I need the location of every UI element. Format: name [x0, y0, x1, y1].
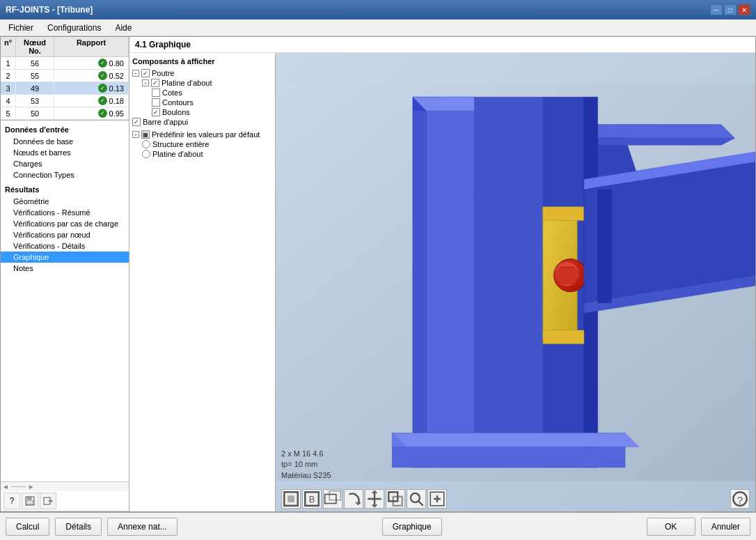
nav-charges[interactable]: Charges — [1, 158, 129, 169]
ok-button[interactable]: OK — [647, 518, 695, 536]
annuler-button[interactable]: Annuler — [701, 518, 750, 536]
svg-marker-11 — [427, 97, 475, 468]
svg-marker-19 — [543, 330, 584, 344]
cell-n: 3 — [1, 82, 16, 94]
viewport-3d: 2 x M 16 4.6 tp= 10 mm Matériau S235 — [276, 53, 755, 511]
checkbox-boulons[interactable] — [152, 108, 160, 116]
nav-notes[interactable]: Notes — [1, 263, 129, 274]
nav-geometrie[interactable]: Géométrie — [1, 196, 129, 207]
tree-item-boulons[interactable]: Boulons — [152, 107, 272, 117]
menu-aide[interactable]: Aide — [109, 22, 137, 34]
tree-item-platine[interactable]: - Platine d'about — [142, 78, 272, 88]
vp-btn-7[interactable] — [407, 489, 426, 509]
component-tree: Composants à afficher - Poutre - Platine… — [129, 53, 276, 511]
expander-poutre[interactable]: - — [132, 70, 139, 77]
cell-rapport: ✓0.52 — [54, 70, 129, 82]
svg-text:B: B — [309, 494, 315, 504]
help-button[interactable]: ? — [3, 493, 20, 509]
vp-btn-8[interactable] — [427, 489, 447, 509]
cell-rapport: ✓0.95 — [54, 107, 129, 119]
label-platine: Platine d'about — [162, 79, 212, 87]
tree-item-predef[interactable]: - ▦ Prédéfinir les valeurs par défaut — [132, 130, 272, 139]
expander-predef[interactable]: - — [132, 131, 139, 138]
svg-marker-27 — [392, 447, 625, 468]
save-icon — [25, 496, 35, 506]
vp-btn-6[interactable] — [386, 489, 405, 509]
tree-item-cotes[interactable]: Cotes — [152, 88, 272, 98]
left-panel: n° Nœud No. Rapport 1 56 ✓0.80 2 55 ✓0.5… — [1, 37, 129, 511]
radio-structure[interactable] — [142, 140, 150, 148]
label-contours: Contours — [162, 98, 194, 107]
svg-marker-29 — [392, 433, 638, 447]
checkbox-cotes[interactable] — [152, 88, 160, 97]
view-back-icon: B — [303, 490, 321, 508]
cell-node: 50 — [16, 107, 54, 119]
vp-btn-4[interactable] — [344, 489, 363, 509]
table-row[interactable]: 2 55 ✓0.52 — [1, 70, 129, 82]
nav-donnees-base[interactable]: Données de base — [1, 136, 129, 147]
table-row[interactable]: 3 49 ✓0.13 — [1, 82, 129, 95]
maximize-button[interactable]: □ — [724, 4, 737, 15]
export-icon — [43, 496, 53, 506]
checkbox-barre[interactable] — [132, 118, 141, 126]
vp-btn-corner[interactable]: ? — [730, 489, 750, 509]
tree-item-contours[interactable]: Contours — [152, 98, 272, 107]
table-row[interactable]: 1 56 ✓0.80 — [1, 57, 129, 70]
table-row[interactable]: 5 50 ✓0.95 — [1, 107, 129, 120]
tree-item-platine2[interactable]: Platine d'about — [142, 149, 272, 159]
vp-btn-5[interactable] — [365, 489, 384, 509]
nav-verif-resume[interactable]: Vérifications - Résumé — [1, 207, 129, 218]
cell-rapport: ✓0.18 — [54, 95, 129, 107]
annexe-button[interactable]: Annexe nat... — [107, 518, 178, 536]
header-node: Nœud No. — [16, 37, 54, 56]
expander-platine[interactable]: - — [142, 79, 149, 86]
check-icon: ✓ — [98, 71, 107, 80]
details-button[interactable]: Détails — [55, 518, 102, 536]
graphique-button[interactable]: Graphique — [382, 518, 442, 536]
export-button[interactable] — [40, 493, 56, 509]
checkbox-platine[interactable] — [151, 79, 159, 87]
header-n: n° — [1, 37, 16, 56]
menu-fichier[interactable]: Fichier — [3, 22, 39, 34]
nav-section-resultats: Résultats — [1, 183, 129, 196]
calcul-button[interactable]: Calcul — [6, 518, 49, 536]
label-boulons: Boulons — [162, 108, 190, 116]
horizontal-scrollbar[interactable]: ◄ ─── ► — [1, 481, 129, 491]
search-icon — [407, 490, 425, 508]
nav-noeuds-barres[interactable]: Nœuds et barres — [1, 147, 129, 158]
checkbox-poutre[interactable] — [141, 69, 150, 77]
tree-item-barre[interactable]: Barre d'appui — [132, 117, 272, 127]
save-button[interactable] — [22, 493, 38, 509]
radio-platine2[interactable] — [142, 150, 150, 158]
minimize-button[interactable]: ─ — [710, 4, 723, 15]
tree-indent: - Platine d'about Cotes Contours — [132, 78, 272, 117]
label-predef: Prédéfinir les valeurs par défaut — [152, 130, 260, 139]
nav-verif-details[interactable]: Vérifications - Détails — [1, 240, 129, 252]
cell-rapport: ✓0.13 — [54, 82, 129, 94]
checkbox-contours[interactable] — [152, 98, 160, 107]
tree-item-structure[interactable]: Structure entière — [142, 139, 272, 149]
nav-section-donnees: Données d'entrée — [1, 123, 129, 136]
checkbox-img-predef[interactable]: ▦ — [141, 130, 150, 139]
tree-indent2: Cotes Contours Boulons — [142, 88, 272, 117]
vp-btn-3[interactable] — [323, 489, 342, 509]
nav-verif-noeud[interactable]: Vérifications par nœud — [1, 229, 129, 240]
tree-item-poutre[interactable]: - Poutre — [132, 68, 272, 78]
vp-btn-1[interactable] — [281, 489, 301, 509]
nav-graphique[interactable]: Graphique — [1, 252, 129, 263]
svg-line-42 — [418, 501, 423, 506]
table-row[interactable]: 4 53 ✓0.18 — [1, 95, 129, 107]
nav-connection-types[interactable]: Connection Types — [1, 169, 129, 180]
right-panel: 4.1 Graphique Composants à afficher - Po… — [129, 37, 755, 511]
menu-configurations[interactable]: Configurations — [42, 22, 107, 34]
nav-verif-cas-charge[interactable]: Vérifications par cas de charge — [1, 218, 129, 229]
header-rapport: Rapport — [54, 37, 129, 56]
info-line3: Matériau S235 — [281, 470, 331, 481]
help-icon: ? — [731, 490, 749, 508]
cell-node: 56 — [16, 57, 54, 69]
close-button[interactable]: ✕ — [738, 4, 750, 15]
svg-marker-26 — [598, 190, 612, 302]
panel-title: 4.1 Graphique — [129, 37, 755, 53]
vp-btn-2[interactable]: B — [302, 489, 322, 509]
viewport-info-text: 2 x M 16 4.6 tp= 10 mm Matériau S235 — [281, 449, 331, 481]
